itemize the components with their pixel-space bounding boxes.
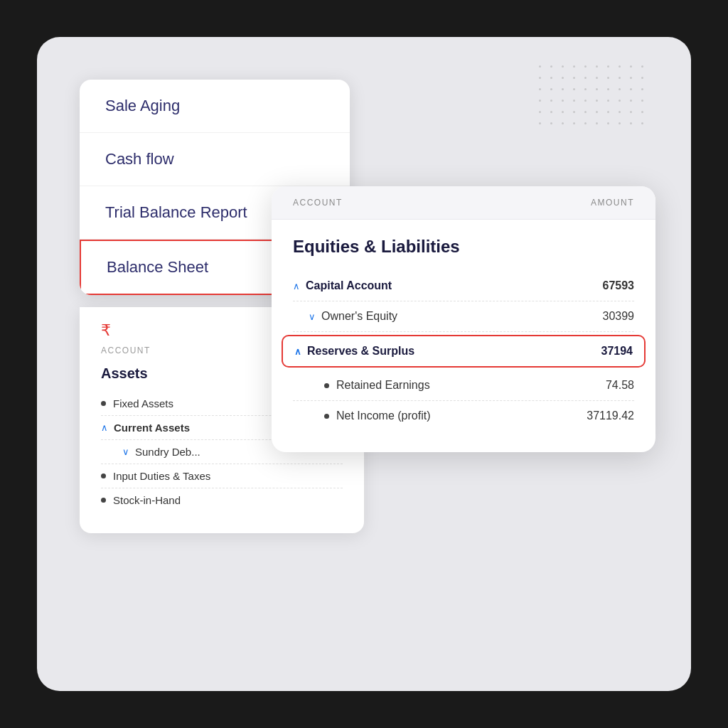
main-card-body: Equities & Liabilities ∧ Capital Account… [272,220,655,452]
row-amount-net-income: 37119.42 [587,410,634,422]
table-row-reserves-surplus[interactable]: ∧ Reserves & Surplus37194 [282,335,646,368]
bullet-icon [324,383,329,388]
row-amount-owners-equity: 30399 [603,310,635,323]
row-amount-retained-earnings: 74.58 [606,379,634,392]
menu-item-cash-flow[interactable]: Cash flow [80,133,350,186]
row-amount-reserves-surplus: 37194 [601,345,633,358]
table-row-retained-earnings[interactable]: Retained Earnings74.58 [293,370,634,401]
row-label-capital-account: Capital Account [306,279,392,292]
row-label-net-income: Net Income (profit) [336,410,430,422]
main-card: ACCOUNT AMOUNT Equities & Liabilities ∧ … [272,186,655,452]
table-row-net-income[interactable]: Net Income (profit)37119.42 [293,401,634,431]
back-row: Stock-in-Hand [101,488,343,512]
amount-col-label: AMOUNT [591,198,634,208]
row-label-retained-earnings: Retained Earnings [336,379,430,392]
dot-pattern [539,65,648,129]
row-label-reserves-surplus: Reserves & Surplus [307,345,414,358]
row-amount-capital-account: 67593 [603,279,635,292]
table-row-capital-account[interactable]: ∧ Capital Account67593 [293,271,634,301]
menu-item-sale-aging[interactable]: Sale Aging [80,80,350,133]
row-left-owners-equity: ∨ Owner's Equity [309,310,397,323]
row-label-owners-equity: Owner's Equity [321,310,397,323]
outer-container: Sale AgingCash flowTrial Balance ReportB… [37,37,691,691]
account-col-label: ACCOUNT [293,198,343,208]
back-row: Input Duties & Taxes [101,464,343,488]
table-row-owners-equity[interactable]: ∨ Owner's Equity30399 [293,301,634,332]
row-left-reserves-surplus: ∧ Reserves & Surplus [294,345,414,358]
main-card-header: ACCOUNT AMOUNT [272,186,655,220]
equities-section-title: Equities & Liabilities [293,237,634,257]
row-left-retained-earnings: Retained Earnings [324,379,430,392]
bullet-icon [324,414,329,419]
row-left-net-income: Net Income (profit) [324,410,430,422]
back-account-col-label: ACCOUNT [101,346,151,355]
row-left-capital-account: ∧ Capital Account [293,279,392,292]
